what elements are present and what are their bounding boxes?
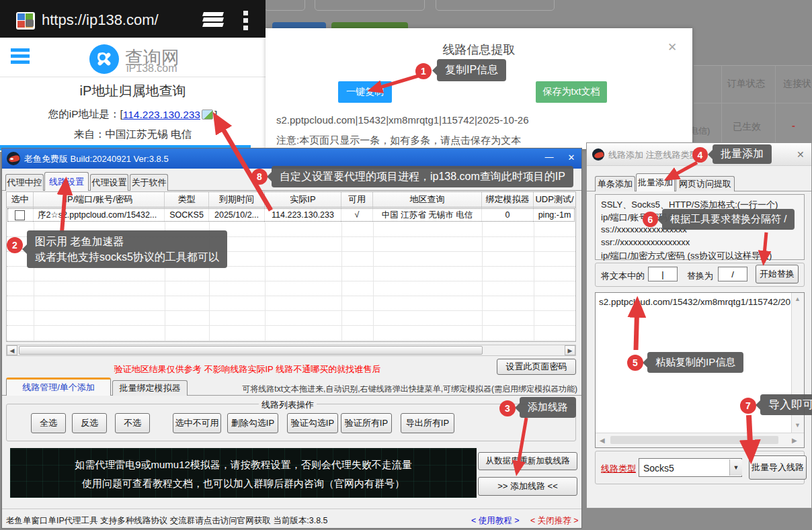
start-replace-button[interactable]: 开始替换 xyxy=(756,265,799,283)
callout-7-number: 7 xyxy=(740,398,756,414)
col-header-expire[interactable]: 到期时间 xyxy=(209,192,265,207)
callout-1-tooltip: 复制IP信息 xyxy=(437,59,506,81)
scroll-right-icon[interactable]: ▶ xyxy=(565,345,575,355)
app-logo-icon xyxy=(7,152,20,165)
tab-single-add[interactable]: 单条添加 xyxy=(595,176,635,191)
callout-3-tooltip: 添加线路 xyxy=(520,397,576,418)
tab-line-settings[interactable]: 线路设置 xyxy=(44,172,89,191)
extract-dialog: 线路信息提取 ✕ 一键复制 保存为txt文档 s2.pptpcloud.com|… xyxy=(266,28,692,149)
url-text[interactable]: https://ip138.com/ xyxy=(42,11,159,29)
scroll-left-icon[interactable]: ◀ xyxy=(7,345,17,355)
select-unusable-button[interactable]: 选中不可用 xyxy=(173,413,221,433)
site-favicon xyxy=(16,12,35,30)
replace-to-input[interactable] xyxy=(718,267,747,281)
invert-select-button[interactable]: 反选 xyxy=(72,413,107,433)
hamburger-icon[interactable] xyxy=(11,48,30,63)
ip-prefix: 您的iP地址是：[ xyxy=(48,107,123,122)
bg-input-box xyxy=(315,0,425,11)
select-all-button[interactable]: 全选 xyxy=(31,413,66,433)
replace-from-input[interactable] xyxy=(648,267,678,281)
ip-link[interactable]: 114.223.130.233 xyxy=(123,109,200,121)
replace-to-label: 替换为 xyxy=(687,270,713,282)
scroll-down-icon[interactable]: ▼ xyxy=(795,422,801,429)
callout-4-number: 4 xyxy=(692,147,708,163)
export-all-button[interactable]: 导出所有IP xyxy=(401,413,454,433)
ip-line: 您的iP地址是：[114.223.130.233 ] xyxy=(0,107,266,122)
bg-cell-dash: - xyxy=(792,120,795,131)
row-checkbox[interactable] xyxy=(15,210,25,220)
scroll-left-icon[interactable]: ◀ xyxy=(600,437,605,444)
select-none-button[interactable]: 不选 xyxy=(115,413,150,433)
menu-kebab-icon[interactable] xyxy=(243,11,249,31)
main-window: 老鱼免费版 Build:20240921 Ver:3.8.5 — ✕ 代理中控 … xyxy=(1,148,582,529)
callout-1-number: 1 xyxy=(415,63,432,79)
line-type-combobox[interactable]: Socks5 ▼ xyxy=(639,458,742,477)
line-type-value: Socks5 xyxy=(643,463,674,474)
table-row[interactable]: 序2☆s2.pptpcloud.com/15432... SOCKS5 2025… xyxy=(7,208,575,222)
browser-address-bar: https://ip138.com/ xyxy=(0,0,266,38)
verify-all-button[interactable]: 验证所有IP xyxy=(341,413,392,433)
subtab-line-manage[interactable]: 线路管理/单个添加 xyxy=(6,378,111,396)
set-page-password-button[interactable]: 设置此页面密码 xyxy=(497,359,576,375)
batch-import-button[interactable]: 批量导入线路 xyxy=(749,455,807,480)
table-empty-row xyxy=(7,267,575,281)
bg-input-box xyxy=(436,0,555,11)
panel-close-icon[interactable]: ✕ xyxy=(797,149,805,160)
tutorial-link[interactable]: < 使用教程 > xyxy=(471,515,520,527)
callout-7-tooltip: 导入即可 xyxy=(760,394,812,415)
notice-box: 如需代理雷电9或mumu12模拟器，请按教程设置，否则会代理失败不走流量 使用问… xyxy=(10,448,477,498)
save-txt-button[interactable]: 保存为txt文档 xyxy=(536,81,607,103)
col-header-ip[interactable]: IP/端口/账号/密码 xyxy=(34,192,165,207)
add-line-button[interactable]: >> 添加线路 << xyxy=(478,477,577,496)
tab-proxy-control[interactable]: 代理中控 xyxy=(5,174,44,191)
table-empty-row xyxy=(7,296,575,311)
ip138-logo-icon xyxy=(89,44,119,74)
cell-expire: 2025/10/2... xyxy=(209,208,265,222)
col-header-type[interactable]: 类型 xyxy=(165,192,209,207)
region-warning-text: 验证地区结果仅供参考 不影响线路实际IP 线路不通哪买的就找谁售后 xyxy=(2,363,493,376)
copy-button[interactable]: 一键复制 xyxy=(338,81,392,103)
drag-hint-text: 可将线路txt文本拖进来,自动识别,右键线路弹出快捷菜单,可绑定模拟器(需启用绑… xyxy=(192,384,577,395)
callout-4-tooltip: 批量添加 xyxy=(713,144,772,164)
format-line: ssr://xxxxxxxxxxxxxxxx xyxy=(601,237,690,247)
scroll-thumb[interactable] xyxy=(19,346,483,355)
verify-checked-button[interactable]: 验证勾选IP xyxy=(287,413,338,433)
col-header-usable[interactable]: 可用 xyxy=(341,192,373,207)
reload-from-db-button[interactable]: 从数据库重新加载线路 xyxy=(478,452,577,470)
callout-2-line1: 图示用 老鱼加速器 xyxy=(35,234,219,249)
textarea-content: s2.pptpcloud.com/15432/xm8mrqtg1/115742/… xyxy=(599,297,791,307)
bg-input-box xyxy=(264,0,305,11)
callout-5-number: 5 xyxy=(627,355,643,371)
line-type-label: 线路类型 xyxy=(601,463,636,475)
tab-proxy-settings[interactable]: 代理设置 xyxy=(90,174,128,191)
combobox-arrow-icon[interactable]: ▼ xyxy=(729,459,742,476)
close-button[interactable]: ✕ xyxy=(564,152,579,163)
table-hscrollbar[interactable]: ◀ ▶ xyxy=(6,345,576,356)
app-logo-icon xyxy=(592,148,604,161)
tab-about[interactable]: 关于软件 xyxy=(130,174,168,191)
line-add-window: 线路添加 注意线路类型 ✕ 单条添加 批量添加 网页访问提取 SSLY、Sock… xyxy=(586,142,812,509)
table-empty-row xyxy=(7,326,575,341)
col-header-region[interactable]: 地区查询 xyxy=(373,192,482,207)
col-header-udp[interactable]: UDP测试/ xyxy=(534,192,575,207)
cell-usable: √ xyxy=(341,208,373,222)
col-header-selected[interactable]: 选中 xyxy=(7,192,34,207)
format-line: ip/端口/加密方式/密码 (ss协议可以这样导入) xyxy=(601,250,772,262)
textarea-hscrollbar[interactable]: ◀ ▶ xyxy=(596,433,804,447)
col-header-realip[interactable]: 实际IP xyxy=(265,192,341,207)
delete-checked-button[interactable]: 删除勾选IP xyxy=(227,413,278,433)
scroll-up-icon[interactable]: ▲ xyxy=(795,296,801,302)
col-header-bind[interactable]: 绑定模拟器 xyxy=(482,192,534,207)
tab-batch-add[interactable]: 批量添加 xyxy=(636,173,675,191)
minimize-button[interactable]: — xyxy=(540,152,559,162)
scroll-right-icon[interactable]: ▶ xyxy=(792,437,797,444)
close-recommend-link[interactable]: < 关闭推荐 > xyxy=(530,515,579,527)
callout-5-tooltip: 粘贴复制的IP信息 xyxy=(647,352,743,373)
callout-8-tooltip: 自定义设置要代理的项目进程，ip138.com查询此时项目的IP xyxy=(272,166,573,187)
tab-web-extract[interactable]: 网页访问提取 xyxy=(676,176,735,191)
callout-2-number: 2 xyxy=(7,237,23,253)
tabs-icon[interactable] xyxy=(202,12,225,28)
dialog-close-icon[interactable]: ✕ xyxy=(667,40,677,54)
status-text: 老鱼单窗口单IP代理工具 支持多种线路协议 交流群请点击访问官网获取 当前版本:… xyxy=(6,515,328,527)
subtab-batch-bind[interactable]: 批量绑定模拟器 xyxy=(112,380,188,396)
